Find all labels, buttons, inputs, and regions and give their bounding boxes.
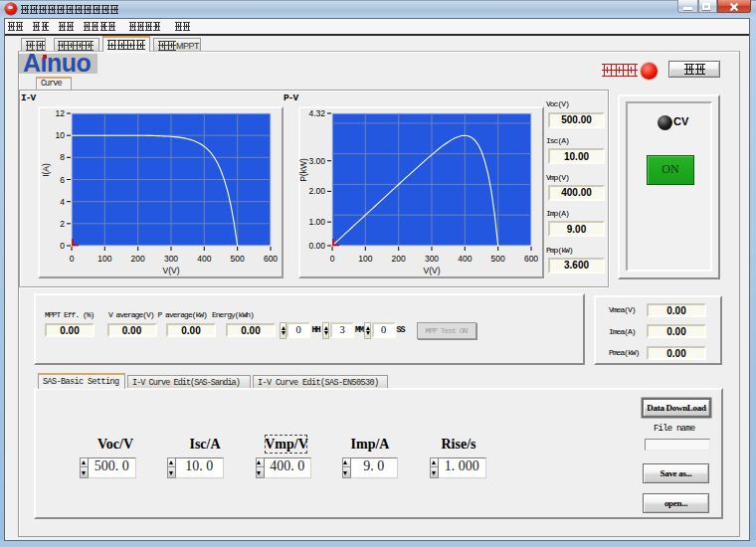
svg-text:P(kW): P(kW) [298, 158, 308, 182]
svg-text:100: 100 [97, 254, 111, 264]
svg-text:500: 500 [231, 254, 245, 264]
svg-text:400: 400 [197, 254, 211, 264]
svg-text:300: 300 [424, 254, 438, 264]
svg-text:I(A): I(A) [41, 163, 51, 177]
svg-text:2.00: 2.00 [308, 186, 325, 196]
svg-text:8: 8 [60, 152, 65, 162]
svg-text:1.00: 1.00 [308, 217, 325, 227]
svg-text:400: 400 [458, 254, 472, 264]
svg-text:100: 100 [358, 254, 372, 264]
svg-text:0.00: 0.00 [308, 241, 325, 251]
svg-text:600: 600 [264, 254, 278, 264]
svg-text:10: 10 [56, 130, 66, 140]
svg-text:V(V): V(V) [423, 266, 440, 275]
svg-text:4.32: 4.32 [308, 108, 325, 118]
svg-text:0: 0 [329, 254, 334, 264]
svg-text:6: 6 [60, 175, 65, 185]
svg-text:2: 2 [60, 219, 65, 229]
svg-text:200: 200 [391, 254, 405, 264]
svg-text:4: 4 [60, 197, 65, 207]
svg-text:V(V): V(V) [163, 266, 180, 275]
svg-text:0: 0 [60, 241, 65, 251]
svg-text:3.00: 3.00 [308, 156, 325, 166]
svg-text:500: 500 [490, 254, 504, 264]
svg-text:600: 600 [523, 254, 537, 264]
svg-text:200: 200 [131, 254, 145, 264]
svg-text:12: 12 [56, 108, 66, 118]
svg-text:300: 300 [164, 254, 178, 264]
svg-text:0: 0 [70, 254, 75, 264]
